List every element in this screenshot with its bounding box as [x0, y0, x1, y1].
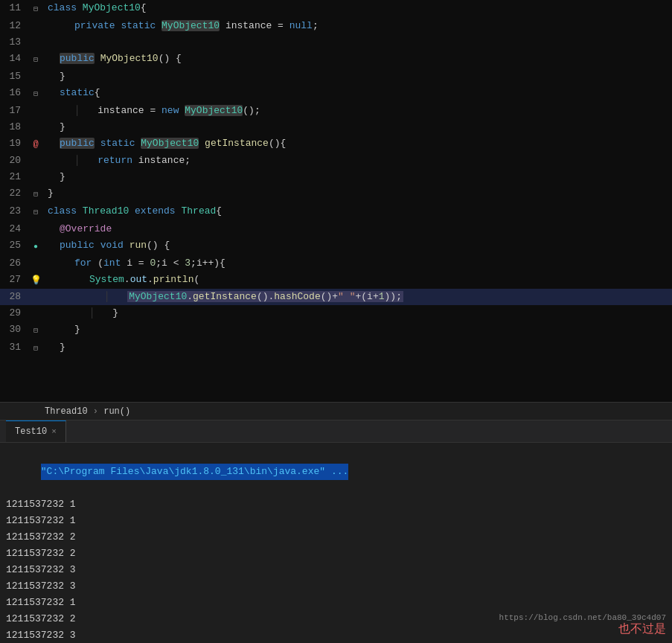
console-area: Test10 × "C:\Program Files\Java\jdk1.8.0…	[0, 420, 672, 643]
table-row: 21 }	[0, 169, 672, 185]
code-line: }	[45, 322, 672, 339]
at-icon: @	[33, 139, 38, 150]
console-command: "C:\Program Files\Java\jdk1.8.0_131\bin\…	[41, 464, 348, 480]
console-output-line-4: 1211537232 2	[6, 546, 666, 562]
line-number: 16	[0, 85, 27, 103]
console-output-line-5: 1211537232 3	[6, 562, 666, 578]
breadcrumb-method[interactable]: run()	[103, 406, 130, 417]
line-number: 12	[0, 18, 27, 34]
code-line: │ }	[45, 305, 672, 322]
console-output-line-3: 1211537232 2	[6, 529, 666, 546]
code-line: public MyObject10() {	[45, 51, 672, 68]
table-row: 16 ⊟ static{	[0, 85, 672, 103]
line-number: 29	[0, 305, 27, 322]
gutter-empty	[27, 305, 45, 322]
table-row: 28 │ MyObject10.getInstance().hashCode()…	[0, 289, 672, 305]
fold-icon: ⊟	[33, 208, 38, 217]
line-number: 24	[0, 221, 27, 237]
table-row: 25 ● public void run() {	[0, 237, 672, 255]
line-number: 18	[0, 119, 27, 135]
code-line: private static MyObject10 instance = nul…	[45, 18, 672, 34]
table-row: 22 ⊟ }	[0, 185, 672, 203]
line-number: 20	[0, 153, 27, 169]
console-output-line-9: 1211537232 3	[6, 627, 666, 643]
gutter-fold: ⊟	[27, 51, 45, 68]
fold-icon: ⊟	[33, 345, 38, 353]
console-tab-bar: Test10 ×	[0, 420, 672, 443]
gutter-bulb: 💡	[27, 272, 45, 289]
breadcrumb-separator: ›	[93, 406, 98, 417]
gutter-fold: ⊟	[27, 339, 45, 357]
gutter-fold: ⊟	[27, 85, 45, 103]
breadcrumb-class[interactable]: Thread10	[45, 406, 88, 417]
code-line: class MyObject10{	[45, 0, 672, 18]
code-line: class Thread10 extends Thread{	[45, 203, 672, 221]
fold-icon: ⊟	[33, 191, 38, 199]
table-row: 12 private static MyObject10 instance = …	[0, 18, 672, 34]
gutter-empty	[27, 221, 45, 237]
console-tab-test10[interactable]: Test10 ×	[6, 420, 66, 442]
code-line: │ return instance;	[45, 153, 672, 169]
console-tab-label: Test10	[15, 426, 47, 437]
table-row: 31 ⊟ }	[0, 339, 672, 357]
gutter-empty	[27, 34, 45, 51]
line-number: 28	[0, 289, 27, 305]
console-output-line-6: 1211537232 3	[6, 578, 666, 595]
code-line: }	[45, 169, 672, 185]
console-close-button[interactable]: ×	[51, 427, 57, 436]
fold-icon: ⊟	[33, 56, 38, 64]
line-number: 31	[0, 339, 27, 357]
gutter-empty	[27, 68, 45, 85]
line-number: 17	[0, 103, 27, 119]
dot-icon: ●	[33, 243, 38, 251]
gutter-empty	[27, 119, 45, 135]
table-row: 29 │ }	[0, 305, 672, 322]
console-output-line-7: 1211537232 1	[6, 595, 666, 611]
watermark-text: 也不过是	[618, 621, 666, 637]
gutter-empty	[27, 289, 45, 305]
table-row: 13	[0, 34, 672, 51]
gutter-empty	[27, 18, 45, 34]
line-number: 13	[0, 34, 27, 51]
code-line: public void run() {	[45, 237, 672, 255]
code-line: @Override	[45, 221, 672, 237]
gutter-empty	[27, 169, 45, 185]
line-number: 19	[0, 135, 27, 153]
code-line: }	[45, 68, 672, 85]
gutter-at: @	[27, 135, 45, 153]
console-cmd-line: "C:\Program Files\Java\jdk1.8.0_131\bin\…	[6, 447, 666, 496]
line-number: 25	[0, 237, 27, 255]
table-row: 27 💡 System.out.println(	[0, 272, 672, 289]
line-number: 22	[0, 185, 27, 203]
table-row: 20 │ return instance;	[0, 153, 672, 169]
line-number: 15	[0, 68, 27, 85]
code-line: }	[45, 119, 672, 135]
code-line: for (int i = 0;i < 3;i++){	[45, 255, 672, 272]
code-line: public static MyObject10 getInstance(){	[45, 135, 672, 153]
line-number: 21	[0, 169, 27, 185]
table-row: 14 ⊟ public MyObject10() {	[0, 51, 672, 68]
code-line: System.out.println(	[45, 272, 672, 289]
bulb-icon: 💡	[31, 275, 42, 286]
fold-icon: ⊟	[33, 327, 38, 335]
line-number: 14	[0, 51, 27, 68]
table-row: 18 }	[0, 119, 672, 135]
gutter-empty	[27, 255, 45, 272]
gutter-fold: ⊟	[27, 203, 45, 221]
line-number: 27	[0, 272, 27, 289]
table-row: 17 │ instance = new MyObject10();	[0, 103, 672, 119]
table-row: 24 @Override	[0, 221, 672, 237]
gutter-fold: ⊟	[27, 322, 45, 339]
table-row: 19 @ public static MyObject10 getInstanc…	[0, 135, 672, 153]
console-output-line-2: 1211537232 1	[6, 513, 666, 529]
table-row: 11 ⊟ class MyObject10{	[0, 0, 672, 18]
fold-icon: ⊟	[33, 5, 38, 13]
console-content[interactable]: "C:\Program Files\Java\jdk1.8.0_131\bin\…	[0, 443, 672, 643]
code-line: │ MyObject10.getInstance().hashCode()+" …	[45, 289, 672, 305]
code-table: 11 ⊟ class MyObject10{ 12 private static…	[0, 0, 672, 357]
line-number: 26	[0, 255, 27, 272]
table-row: 26 for (int i = 0;i < 3;i++){	[0, 255, 672, 272]
gutter-dot: ●	[27, 237, 45, 255]
code-line	[45, 34, 672, 51]
table-row: 30 ⊟ }	[0, 322, 672, 339]
